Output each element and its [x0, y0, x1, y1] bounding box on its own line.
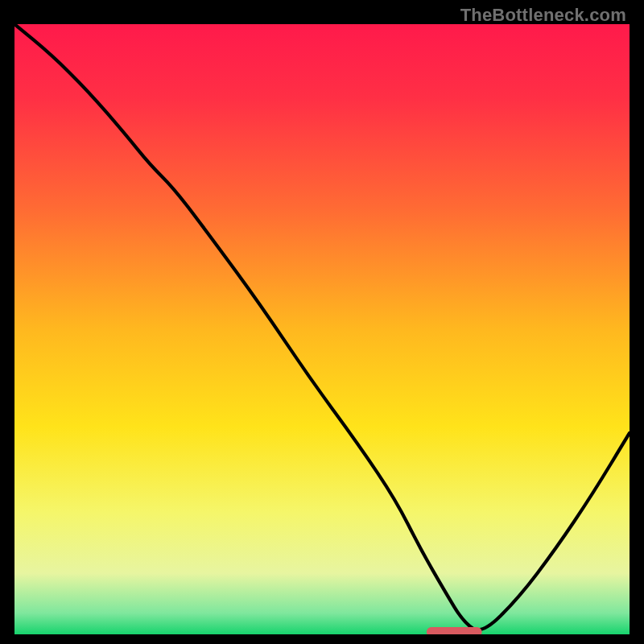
chart-background-gradient: [14, 24, 630, 634]
chart-frame: [14, 24, 630, 634]
bottleneck-chart: [14, 24, 630, 634]
sweet-spot-marker: [427, 627, 482, 634]
watermark-text: TheBottleneck.com: [460, 5, 626, 26]
